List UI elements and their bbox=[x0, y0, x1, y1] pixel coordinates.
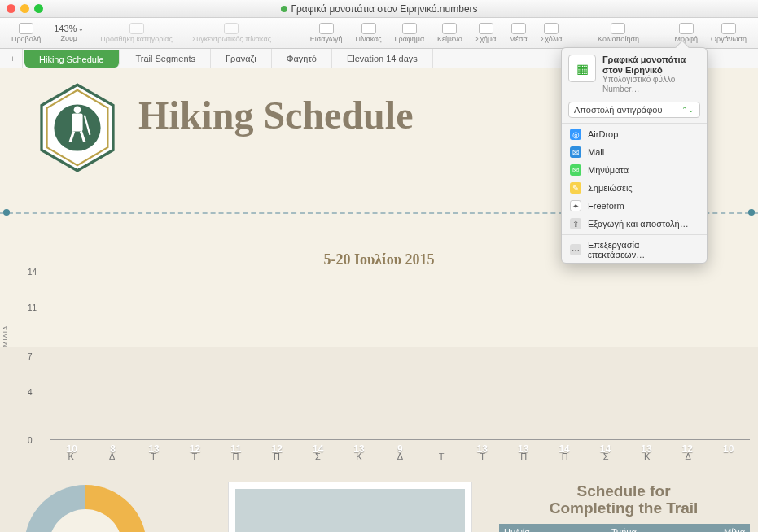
shape-icon bbox=[479, 23, 493, 34]
sheet-tab[interactable]: Trail Segments bbox=[121, 49, 212, 68]
sheet-tab[interactable]: Φαγητό bbox=[272, 49, 332, 68]
x-tick: Τ bbox=[462, 451, 503, 461]
toolbar-insert-label: Εισαγωγή bbox=[310, 35, 343, 43]
toolbar-zoom[interactable]: 143%⌄ Ζουμ bbox=[47, 24, 90, 42]
svg-rect-1 bbox=[72, 113, 82, 131]
x-tick: Σ bbox=[585, 451, 627, 461]
toolbar-share-label: Κοινοποίηση bbox=[598, 35, 639, 43]
toolbar-view-label: Προβολή bbox=[11, 35, 41, 43]
sheet-tab[interactable]: Elevation 14 days bbox=[332, 49, 433, 68]
organize-icon bbox=[721, 23, 736, 34]
toolbar-format[interactable]: Μορφή bbox=[668, 23, 704, 43]
x-tick: Κ bbox=[50, 451, 92, 461]
toolbar-add-category-label: Προσθήκη κατηγορίας bbox=[100, 35, 173, 43]
x-tick: Τ bbox=[174, 451, 216, 461]
share-notes-item[interactable]: ✎Σημειώσεις bbox=[562, 179, 707, 197]
export-icon: ⇪ bbox=[570, 218, 581, 229]
page-title: Hiking Schedule bbox=[138, 93, 413, 137]
toolbar-media-label: Μέσα bbox=[510, 35, 528, 43]
x-tick: Π bbox=[544, 451, 585, 461]
share-freeform-label: Freeform bbox=[588, 201, 624, 211]
ruler-handle-left[interactable] bbox=[3, 209, 10, 216]
insert-icon bbox=[319, 23, 334, 34]
share-extensions-item[interactable]: ⋯Επεξεργασία επεκτάσεων… bbox=[562, 237, 707, 263]
toolbar: Προβολή 143%⌄ Ζουμ Προσθήκη κατηγορίας Σ… bbox=[0, 18, 758, 49]
sheet-tab-label: Trail Segments bbox=[136, 54, 196, 63]
toolbar-comment-label: Σχόλια bbox=[541, 35, 563, 43]
popover-doc-subtitle: Υπολογιστικό φύλλο Number… bbox=[602, 75, 700, 94]
x-tick: Σ bbox=[297, 451, 339, 461]
x-tick: Π bbox=[256, 451, 298, 461]
toolbar-shape[interactable]: Σχήμα bbox=[469, 23, 503, 43]
share-mail-label: Mail bbox=[588, 147, 604, 157]
toolbar-add-category[interactable]: Προσθήκη κατηγορίας bbox=[90, 23, 182, 43]
share-export-label: Εξαγωγή και αποστολή… bbox=[588, 219, 689, 229]
window-titlebar: Γραφικά μονοπάτια στον Ειρηνικό.numbers bbox=[0, 0, 758, 18]
share-airdrop-label: AirDrop bbox=[588, 129, 618, 139]
x-tick: Π bbox=[215, 451, 256, 461]
pie-chart[interactable]: Percentage of Trail bbox=[24, 485, 187, 532]
sheet-tab[interactable]: Γρανάζι bbox=[211, 49, 272, 68]
share-messages-item[interactable]: ✉Μηνύματα bbox=[562, 161, 707, 179]
share-airdrop-item[interactable]: ◎AirDrop bbox=[562, 125, 707, 143]
x-tick: Δ bbox=[668, 451, 709, 461]
y-tick: 4 bbox=[28, 387, 33, 396]
bar-chart[interactable]: 108131211121413913131414131210 0471114 Κ… bbox=[24, 262, 750, 461]
traffic-lights bbox=[0, 4, 43, 13]
photo-image bbox=[235, 489, 465, 532]
close-window-button[interactable] bbox=[7, 4, 15, 13]
toolbar-organize-label: Οργάνωση bbox=[711, 35, 747, 43]
chevron-down-icon: ⌄ bbox=[78, 25, 84, 33]
sheet-tab-active-label: Hiking Schedule bbox=[39, 55, 104, 64]
toolbar-chart[interactable]: Γράφημα bbox=[388, 23, 432, 43]
toolbar-organize[interactable]: Οργάνωση bbox=[704, 23, 753, 43]
toolbar-media[interactable]: Μέσα bbox=[503, 23, 534, 43]
send-copy-select[interactable]: Αποστολή αντιγράφου ⌃⌄ bbox=[568, 102, 700, 118]
popover-separator bbox=[562, 234, 707, 235]
schedule-table[interactable]: Ημ/νία Τμήμα Μίλια 5-20 Ιουλίου 2015Cali… bbox=[499, 524, 750, 532]
messages-icon: ✉ bbox=[570, 164, 581, 176]
schedule-col-segment[interactable]: Τμήμα bbox=[607, 524, 719, 532]
schedule-col-date[interactable]: Ημ/νία bbox=[499, 524, 607, 532]
minimize-window-button[interactable] bbox=[20, 4, 29, 13]
toolbar-comment[interactable]: Σχόλια bbox=[534, 23, 569, 43]
freeform-icon: ✦ bbox=[570, 200, 581, 211]
toolbar-insert[interactable]: Εισαγωγή bbox=[304, 23, 349, 43]
zoom-window-button[interactable] bbox=[34, 4, 43, 13]
x-tick: Τ bbox=[421, 451, 462, 461]
photo-frame[interactable] bbox=[228, 482, 472, 532]
document-status-icon bbox=[280, 6, 287, 12]
toolbar-pivot[interactable]: Συγκεντρωτικός πίνακας bbox=[182, 23, 281, 43]
share-freeform-item[interactable]: ✦Freeform bbox=[562, 197, 707, 215]
pie-ring bbox=[24, 485, 147, 532]
category-icon bbox=[129, 23, 144, 34]
share-export-item[interactable]: ⇪Εξαγωγή και αποστολή… bbox=[562, 215, 707, 233]
chart-icon bbox=[402, 23, 417, 34]
chart-bars: 108131211121413913131414131210 bbox=[50, 272, 750, 440]
schedule-col-miles[interactable]: Μίλια bbox=[719, 524, 750, 532]
popover-header: ▦ Γραφικά μονοπάτια στον Ειρηνικό Υπολογ… bbox=[562, 48, 707, 100]
window-title: Γραφικά μονοπάτια στον Ειρηνικό.numbers bbox=[280, 3, 477, 15]
toolbar-table[interactable]: Πίνακας bbox=[348, 23, 388, 43]
share-popover: ▦ Γραφικά μονοπάτια στον Ειρηνικό Υπολογ… bbox=[561, 47, 708, 264]
toolbar-share[interactable]: Κοινοποίηση bbox=[591, 23, 646, 43]
popover-doc-title: Γραφικά μονοπάτια στον Ειρηνικό bbox=[602, 55, 700, 75]
add-sheet-button[interactable]: + bbox=[3, 49, 23, 68]
y-axis-label: ΜΙΛΙΑ bbox=[2, 325, 9, 347]
share-notes-label: Σημειώσεις bbox=[588, 183, 633, 193]
comment-icon bbox=[544, 23, 559, 34]
ruler-handle-right[interactable] bbox=[748, 209, 755, 216]
toolbar-view[interactable]: Προβολή bbox=[5, 23, 47, 43]
toolbar-shape-label: Σχήμα bbox=[475, 35, 497, 43]
x-tick: Τ bbox=[133, 451, 174, 461]
extensions-icon: ⋯ bbox=[570, 244, 581, 255]
share-mail-item[interactable]: ✉Mail bbox=[562, 143, 707, 161]
toolbar-table-label: Πίνακας bbox=[355, 35, 381, 43]
send-copy-label: Αποστολή αντιγράφου bbox=[574, 105, 662, 115]
toolbar-text[interactable]: Κείμενο bbox=[431, 23, 469, 43]
share-extensions-label: Επεξεργασία επεκτάσεων… bbox=[588, 240, 699, 259]
view-icon bbox=[19, 23, 33, 34]
window-title-text: Γραφικά μονοπάτια στον Ειρηνικό.numbers bbox=[291, 3, 477, 15]
toolbar-chart-label: Γράφημα bbox=[395, 35, 425, 43]
sheet-tab-active[interactable]: Hiking Schedule bbox=[24, 50, 120, 68]
